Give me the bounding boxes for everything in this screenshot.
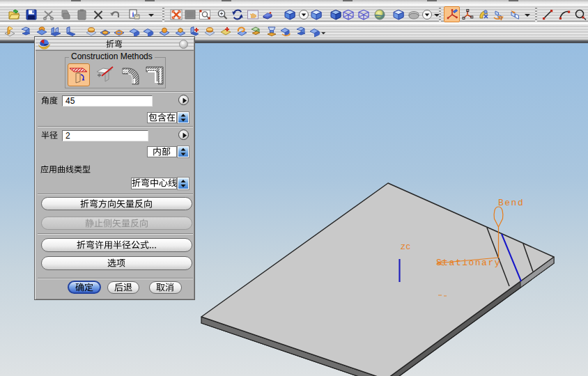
svg-text:ZC: ZC: [401, 243, 411, 251]
svg-text:Bend: Bend: [498, 198, 524, 208]
svg-text:Stationary: Stationary: [436, 258, 501, 268]
